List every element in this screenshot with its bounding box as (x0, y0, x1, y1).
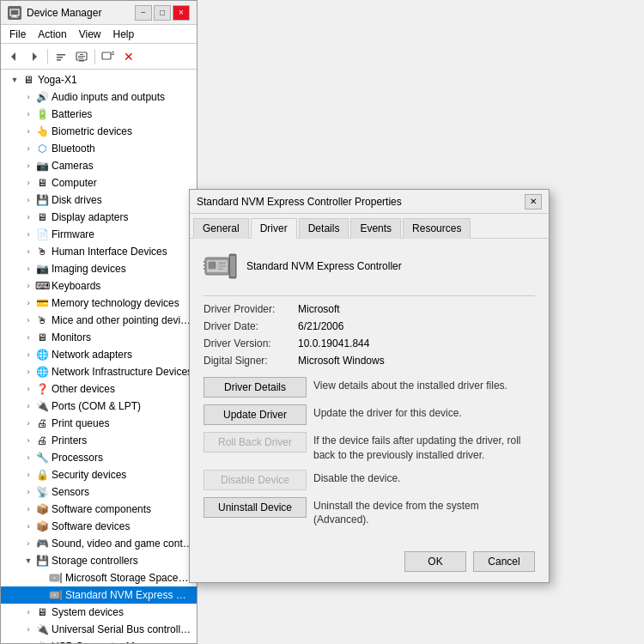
list-item[interactable]: › 🔌 Ports (COM & LPT) (1, 398, 197, 415)
toggle[interactable]: › (21, 416, 35, 430)
tab-general[interactable]: General (193, 218, 249, 239)
menu-view[interactable]: View (74, 27, 106, 42)
list-item[interactable]: › 🖥 System devices (1, 604, 197, 621)
toggle[interactable]: › (21, 159, 35, 173)
list-item[interactable]: › 🖨 Print queues (1, 415, 197, 432)
toggle[interactable]: › (21, 313, 35, 327)
forward-button[interactable] (25, 47, 44, 66)
toggle[interactable]: › (21, 605, 35, 619)
uninstall-button[interactable]: Uninstall Device (204, 497, 307, 518)
tab-details[interactable]: Details (299, 218, 349, 239)
toggle[interactable]: › (21, 640, 35, 643)
toggle[interactable]: › (21, 485, 35, 499)
toggle[interactable]: › (21, 193, 35, 207)
item-label: Print queues (52, 417, 109, 429)
driver-details-button[interactable]: Driver Details (204, 377, 307, 398)
toggle[interactable]: › (21, 434, 35, 447)
list-item[interactable]: › 🖥 Monitors (1, 329, 197, 346)
device-tree[interactable]: ▼ 🖥 Yoga-X1 › 🔊 Audio inputs and outputs… (1, 70, 197, 643)
monitors-icon: 🖥 (35, 331, 49, 344)
tree-root[interactable]: ▼ 🖥 Yoga-X1 (1, 71, 197, 88)
list-item[interactable]: › 📦 Software devices (1, 518, 197, 535)
toggle[interactable]: ▼ (21, 554, 35, 568)
update-driver-button[interactable]: Update Driver (204, 404, 307, 425)
list-item[interactable]: › 📷 Imaging devices (1, 260, 197, 277)
collapse-all-button[interactable] (52, 47, 70, 66)
toggle[interactable]: › (21, 245, 35, 258)
tab-driver[interactable]: Driver (251, 218, 297, 239)
list-item[interactable]: › 💳 Memory technology devices (1, 295, 197, 312)
toggle[interactable]: › (21, 142, 35, 155)
list-item[interactable]: › 🖥 Display adapters (1, 209, 197, 226)
toggle[interactable]: › (21, 348, 35, 361)
toggle[interactable]: › (21, 365, 35, 379)
item-label: Network Infrastructure Devices (52, 366, 192, 378)
list-item[interactable]: › ❓ Other devices (1, 380, 197, 398)
list-item[interactable]: › 🖨 Printers (1, 432, 197, 449)
toggle[interactable]: › (21, 537, 35, 550)
list-item[interactable]: › Microsoft Storage Spaces Con... (1, 569, 197, 586)
svg-rect-24 (209, 262, 216, 269)
toggle[interactable]: › (21, 210, 35, 224)
maximize-button[interactable]: □ (154, 5, 171, 21)
disable-device-button[interactable]: Disable Device (204, 470, 307, 490)
toggle[interactable]: › (21, 90, 35, 104)
scan-button[interactable] (99, 47, 118, 66)
menu-action[interactable]: Action (33, 27, 71, 42)
list-item[interactable]: › 🔒 Security devices (1, 466, 197, 483)
selected-device-item[interactable]: › Standard NVM Express Contro... (1, 586, 197, 604)
ok-button[interactable]: OK (404, 551, 466, 572)
list-item[interactable]: › 💾 Disk drives (1, 191, 197, 209)
toggle[interactable]: › (21, 296, 35, 310)
tab-resources[interactable]: Resources (403, 218, 471, 239)
menu-file[interactable]: File (4, 27, 31, 42)
toggle[interactable]: › (21, 125, 35, 138)
list-item[interactable]: › 🔋 Batteries (1, 106, 197, 123)
toggle[interactable]: › (21, 279, 35, 293)
list-item[interactable]: › 🔌 USB Connector Managers (1, 638, 197, 643)
list-item[interactable]: › 📷 Cameras (1, 157, 197, 174)
toggle[interactable]: › (21, 623, 35, 636)
toggle[interactable]: › (21, 399, 35, 413)
toggle[interactable]: › (21, 228, 35, 241)
list-item[interactable]: › 🌐 Network adapters (1, 346, 197, 363)
list-item[interactable]: ▼ 💾 Storage controllers (1, 552, 197, 569)
tab-events[interactable]: Events (350, 218, 401, 239)
toggle[interactable]: › (21, 176, 35, 190)
minimize-button[interactable]: − (135, 5, 152, 21)
remove-device-button[interactable]: ✕ (119, 47, 138, 66)
svg-rect-13 (102, 52, 111, 59)
dialog-close-button[interactable]: ✕ (525, 194, 542, 210)
properties-button[interactable] (72, 47, 91, 66)
toggle[interactable]: › (21, 382, 35, 396)
toggle[interactable]: › (21, 451, 35, 465)
list-item[interactable]: › ⬡ Bluetooth (1, 140, 197, 157)
device-header: Standard NVM Express Controller (204, 249, 535, 283)
root-toggle[interactable]: ▼ (8, 73, 21, 87)
close-button[interactable]: × (173, 5, 190, 21)
list-item[interactable]: › 🖱 Human Interface Devices (1, 243, 197, 260)
toggle[interactable]: › (21, 468, 35, 482)
menu-help[interactable]: Help (108, 27, 140, 42)
rollback-button[interactable]: Roll Back Driver (204, 432, 307, 453)
list-item[interactable]: › 🔧 Processors (1, 449, 197, 466)
list-item[interactable]: › 🖥 Computer (1, 174, 197, 191)
toggle[interactable]: › (21, 519, 35, 533)
toggle[interactable]: › (21, 331, 35, 344)
list-item[interactable]: › 📄 Firmware (1, 226, 197, 243)
list-item[interactable]: › 🎮 Sound, video and game controllers (1, 535, 197, 552)
list-item[interactable]: › 🌐 Network Infrastructure Devices (1, 363, 197, 380)
list-item[interactable]: › 🔊 Audio inputs and outputs (1, 88, 197, 106)
list-item[interactable]: › 📡 Sensors (1, 483, 197, 501)
list-item[interactable]: › 🖱 Mice and other pointing devices (1, 312, 197, 329)
list-item[interactable]: › 👆 Biometric devices (1, 123, 197, 140)
cancel-button[interactable]: Cancel (473, 551, 535, 572)
date-label: Driver Date: (204, 320, 298, 332)
list-item[interactable]: › 🔌 Universal Serial Bus controllers (1, 621, 197, 638)
list-item[interactable]: › 📦 Software components (1, 501, 197, 518)
back-button[interactable] (4, 47, 23, 66)
toggle[interactable]: › (21, 502, 35, 516)
toggle[interactable]: › (21, 107, 35, 121)
list-item[interactable]: › ⌨ Keyboards (1, 277, 197, 295)
toggle[interactable]: › (21, 262, 35, 276)
